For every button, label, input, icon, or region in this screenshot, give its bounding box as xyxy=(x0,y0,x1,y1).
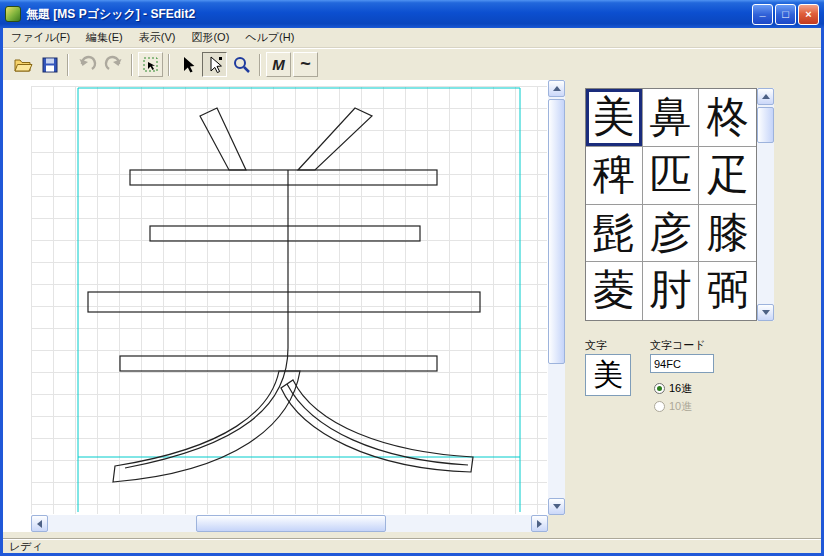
app-window: 無題 [MS Pゴシック] - SFEdit2 _ □ × ファイル(F) 編集… xyxy=(0,0,824,556)
character-grid: 美 鼻 柊 稗 匹 疋 髭 彦 膝 菱 肘 弼 xyxy=(585,88,757,321)
char-label: 文字 xyxy=(585,338,607,353)
right-arrow-icon xyxy=(537,520,542,528)
canvas-vertical-scrollbar[interactable] xyxy=(548,80,565,515)
toolbar-separator xyxy=(168,54,170,76)
open-button[interactable] xyxy=(10,52,35,77)
radio-selected-icon[interactable] xyxy=(654,383,665,394)
grid-scroll-up-button[interactable] xyxy=(757,88,774,105)
char-cell[interactable]: 美 xyxy=(586,89,643,147)
scroll-left-button[interactable] xyxy=(31,515,48,532)
menu-shape[interactable]: 図形(O) xyxy=(183,28,237,47)
menu-help[interactable]: ヘルプ(H) xyxy=(237,28,302,47)
title-bar: 無題 [MS Pゴシック] - SFEdit2 _ □ × xyxy=(0,0,824,28)
status-text: レディ xyxy=(9,539,43,554)
window-title: 無題 [MS Pゴシック] - SFEdit2 xyxy=(26,6,752,23)
app-icon xyxy=(5,6,21,22)
fit-selection-icon xyxy=(141,55,161,75)
menu-file[interactable]: ファイル(F) xyxy=(3,28,78,47)
char-cell[interactable]: 疋 xyxy=(699,147,756,205)
char-grid-scrollbar[interactable] xyxy=(757,88,774,321)
polyline-tool-button[interactable]: M xyxy=(266,52,291,77)
menu-bar: ファイル(F) 編集(E) 表示(V) 図形(O) ヘルプ(H) xyxy=(3,28,821,48)
char-cell[interactable]: 柊 xyxy=(699,89,756,147)
horizontal-scroll-thumb[interactable] xyxy=(196,515,386,532)
up-arrow-icon xyxy=(762,94,770,99)
dec-radio[interactable]: 10進 xyxy=(654,399,692,414)
char-cell[interactable]: 彦 xyxy=(643,205,700,263)
toolbar-separator xyxy=(259,54,261,76)
scrollbar-gutter xyxy=(3,515,31,532)
char-cell[interactable]: 膝 xyxy=(699,205,756,263)
toolbar-separator xyxy=(67,54,69,76)
glyph-contours[interactable] xyxy=(88,108,480,482)
dec-radio-label: 10進 xyxy=(669,399,692,414)
close-button[interactable]: × xyxy=(798,4,819,25)
toolbar-separator xyxy=(131,54,133,76)
open-folder-icon xyxy=(13,55,33,75)
char-cell[interactable]: 鼻 xyxy=(643,89,700,147)
char-cell[interactable]: 稗 xyxy=(586,147,643,205)
maximize-button[interactable]: □ xyxy=(775,4,796,25)
char-code-input[interactable] xyxy=(650,354,714,373)
menu-edit[interactable]: 編集(E) xyxy=(78,28,131,47)
grid-scroll-down-button[interactable] xyxy=(757,304,774,321)
node-edit-tool-button[interactable] xyxy=(202,52,227,77)
char-cell[interactable]: 弼 xyxy=(699,262,756,320)
up-arrow-icon xyxy=(553,86,561,91)
zoom-tool-button[interactable] xyxy=(229,52,254,77)
canvas-horizontal-scrollbar[interactable] xyxy=(31,515,548,532)
glyph-edit-canvas[interactable] xyxy=(3,80,548,515)
radio-unselected-icon[interactable] xyxy=(654,401,665,412)
grid-scroll-thumb[interactable] xyxy=(757,107,774,143)
redo-button xyxy=(101,52,126,77)
floppy-disk-icon xyxy=(40,55,60,75)
hex-radio[interactable]: 16進 xyxy=(654,381,692,396)
scroll-down-button[interactable] xyxy=(548,498,565,515)
fit-selection-button[interactable] xyxy=(138,52,163,77)
hex-radio-label: 16進 xyxy=(669,381,692,396)
vertical-scroll-thumb[interactable] xyxy=(548,99,565,364)
minimize-button[interactable]: _ xyxy=(752,4,773,25)
glyph-outline-drawing[interactable] xyxy=(3,80,548,515)
curve-tool-button[interactable]: ~ xyxy=(293,52,318,77)
scroll-up-button[interactable] xyxy=(548,80,565,97)
char-cell[interactable]: 匹 xyxy=(643,147,700,205)
magnifier-icon xyxy=(232,55,252,75)
redo-icon xyxy=(104,55,124,75)
undo-button xyxy=(74,52,99,77)
curve-tool-icon: ~ xyxy=(300,54,311,75)
pointer-tool-button[interactable] xyxy=(175,52,200,77)
guide-lines[interactable] xyxy=(78,88,520,512)
char-cell[interactable]: 髭 xyxy=(586,205,643,263)
status-bar: レディ xyxy=(3,538,821,553)
left-arrow-icon xyxy=(37,520,42,528)
polyline-tool-icon: M xyxy=(272,56,285,73)
down-arrow-icon xyxy=(553,504,561,509)
undo-icon xyxy=(77,55,97,75)
menu-view[interactable]: 表示(V) xyxy=(131,28,184,47)
toolbar: M ~ xyxy=(3,48,821,80)
node-edit-pointer-icon xyxy=(205,55,225,75)
pointer-icon xyxy=(178,55,198,75)
scroll-right-button[interactable] xyxy=(531,515,548,532)
down-arrow-icon xyxy=(762,310,770,315)
char-preview: 美 xyxy=(585,354,631,396)
char-cell[interactable]: 肘 xyxy=(643,262,700,320)
char-cell[interactable]: 菱 xyxy=(586,262,643,320)
char-code-label: 文字コード xyxy=(650,338,706,353)
save-button[interactable] xyxy=(37,52,62,77)
